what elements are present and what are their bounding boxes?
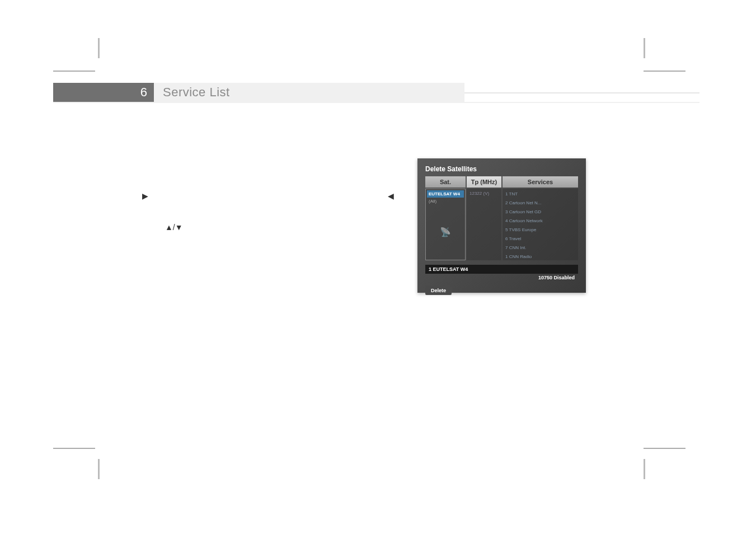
- sat-item-all[interactable]: (All): [427, 198, 464, 204]
- service-item[interactable]: 6 Travel: [504, 235, 577, 243]
- header-rule: [464, 92, 699, 93]
- tp-column-header: Tp (MHz): [467, 176, 501, 188]
- panel-header-row: Sat. Tp (MHz) Services: [425, 176, 578, 188]
- service-item[interactable]: 3 Cartoon Net GD: [504, 208, 577, 217]
- tp-column[interactable]: 12322 (V): [467, 189, 501, 260]
- services-column[interactable]: 1 TNT 2 Cartoon Net N... 3 Cartoon Net G…: [503, 189, 578, 260]
- service-item[interactable]: 1 TNT: [504, 190, 577, 199]
- crop-mark: [98, 38, 100, 58]
- service-item[interactable]: 2 Cartoon Net N...: [504, 199, 577, 208]
- tp-item[interactable]: 12322 (V): [468, 190, 500, 197]
- status-left-text: 1 EUTELSAT W4: [429, 266, 468, 272]
- delete-satellites-dialog: Delete Satellites Sat. Tp (MHz) Services…: [417, 158, 586, 293]
- status-bar-left: 1 EUTELSAT W4: [425, 265, 578, 274]
- services-column-header: Services: [503, 176, 578, 188]
- service-item[interactable]: 5 TVBS Europe: [504, 226, 577, 235]
- header-rule: [644, 71, 685, 72]
- sat-column-header: Sat.: [425, 176, 466, 188]
- header-rule: [53, 71, 95, 72]
- left-arrow-icon: ◀: [388, 191, 394, 200]
- dialog-title: Delete Satellites: [425, 165, 578, 173]
- panel-body: EUTELSAT W4 (All) 📡 12322 (V) 1 TNT 2 Ca…: [425, 189, 578, 260]
- header-rule: [53, 102, 699, 103]
- service-item[interactable]: 7 CNN Int.: [504, 243, 577, 252]
- status-bar-right: 10750 Disabled: [425, 275, 578, 280]
- service-item[interactable]: 1 CNN Radio: [504, 252, 577, 261]
- footer-rule: [644, 448, 685, 449]
- right-arrow-icon: ▶: [142, 191, 148, 200]
- crop-mark: [644, 459, 645, 479]
- crop-mark: [98, 459, 100, 479]
- section-title: Service List: [154, 83, 464, 102]
- footer-rule: [53, 448, 95, 449]
- satellite-dish-icon: 📡: [427, 204, 464, 237]
- sat-item-selected[interactable]: EUTELSAT W4: [427, 190, 464, 198]
- crop-mark: [644, 38, 645, 58]
- updown-arrow-icon: ▲/▼: [165, 223, 183, 232]
- delete-button[interactable]: Delete: [425, 286, 452, 295]
- sat-column[interactable]: EUTELSAT W4 (All) 📡: [425, 189, 466, 260]
- status-right-text: 10750 Disabled: [538, 275, 575, 280]
- section-number: 6: [53, 83, 154, 102]
- service-item[interactable]: 4 Cartoon Network: [504, 217, 577, 226]
- section-header: 6 Service List: [53, 83, 464, 102]
